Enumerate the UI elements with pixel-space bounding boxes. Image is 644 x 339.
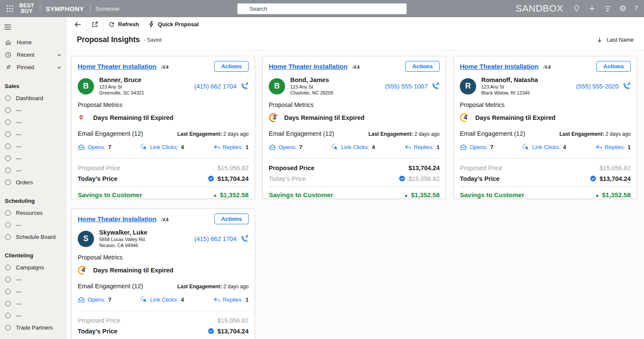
help-icon[interactable]: ? <box>634 5 638 12</box>
opens-stat[interactable]: Opens: 7 <box>460 144 493 150</box>
sidebar-item[interactable]: --- <box>0 309 67 321</box>
phone-number[interactable]: (415) 662 1704 <box>194 83 237 90</box>
email-open-icon <box>78 144 85 150</box>
email-engagement-heading: Email Engagement (12) <box>78 130 143 137</box>
replies-stat[interactable]: Replies: 1 <box>213 296 249 303</box>
proposal-title-link[interactable]: Home Theater Installation <box>269 63 347 70</box>
sidebar-item-label: Pinned <box>17 64 34 70</box>
link-clicks-stat[interactable]: Link Clicks: 4 <box>140 144 184 150</box>
sidebar: Home Recent <box>0 17 67 339</box>
gear-icon[interactable]: ⚙ <box>619 5 626 12</box>
opens-stat[interactable]: Opens: 7 <box>269 144 302 150</box>
email-open-icon <box>269 144 276 150</box>
sidebar-item-recent[interactable]: Recent <box>0 49 67 61</box>
radio-circle-icon <box>5 131 11 137</box>
sidebar-item[interactable]: --- <box>0 285 67 297</box>
actions-button[interactable]: Actions <box>214 214 249 224</box>
last-engagement-value: 2 days ago <box>223 131 249 137</box>
phone-number[interactable]: (555) 555-2020 <box>576 83 619 90</box>
opens-stat[interactable]: Opens: 7 <box>78 296 111 303</box>
link-clicks-stat[interactable]: Link Clicks: 4 <box>140 296 184 303</box>
divider <box>90 4 90 13</box>
customer-address-line1: 123 Any St <box>99 84 144 90</box>
quick-proposal-button[interactable]: Quick Proposal <box>143 17 203 31</box>
customer-phone[interactable]: (555) 555-2020 <box>576 82 631 91</box>
sidebar-item[interactable]: Campaigns <box>0 261 67 273</box>
last-engagement-label: Last Engagement: <box>177 284 222 290</box>
phone-forward-icon[interactable] <box>622 82 631 91</box>
avatar: B <box>269 78 285 95</box>
replies-label: Replies: <box>223 144 243 150</box>
phone-number[interactable]: (415) 662 1704 <box>194 235 237 242</box>
sidebar-item[interactable]: --- <box>0 104 67 116</box>
sidebar-item-label: --- <box>16 276 21 283</box>
customer-phone[interactable]: (555) 555-1007 <box>385 82 440 91</box>
radio-circle-icon <box>5 107 11 113</box>
sidebar-item[interactable]: Schedule Board <box>0 231 67 243</box>
refresh-button[interactable]: Refresh <box>103 17 143 31</box>
sidebar-item[interactable]: --- <box>0 297 67 309</box>
sidebar-item[interactable]: --- <box>0 219 67 231</box>
sidebar-item[interactable]: --- <box>0 152 67 164</box>
sidebar-item[interactable]: Orders <box>0 176 67 188</box>
user-context[interactable]: Someone <box>96 6 120 12</box>
sidebar-item[interactable]: --- <box>0 164 67 176</box>
divider <box>40 4 40 13</box>
proposal-title-link[interactable]: Home Theater Installation <box>460 63 538 70</box>
hamburger-menu-icon[interactable] <box>0 20 67 36</box>
sidebar-item[interactable]: --- <box>0 128 67 140</box>
proposal-title-link[interactable]: Home Theater Installation <box>78 63 156 70</box>
open-in-new-button[interactable] <box>87 17 103 31</box>
link-clicks-stat[interactable]: Link Clicks: 4 <box>522 144 566 150</box>
proposed-price-label: Proposed Price <box>78 317 120 324</box>
back-button[interactable] <box>69 17 86 31</box>
avatar: R <box>460 78 476 95</box>
chevron-down-icon[interactable] <box>57 65 62 70</box>
lightning-bolt-icon <box>148 21 155 28</box>
radio-circle-icon <box>5 156 11 161</box>
back-arrow-icon <box>74 21 82 28</box>
plus-icon[interactable] <box>588 5 596 12</box>
sidebar-item-home[interactable]: Home <box>0 36 67 49</box>
phone-forward-icon[interactable] <box>240 235 249 243</box>
link-clicks-value: 4 <box>181 144 184 150</box>
today-price-row: Today’s Price $13,704.24 <box>460 173 631 184</box>
actions-button[interactable]: Actions <box>214 61 249 72</box>
search-input[interactable] <box>237 3 407 14</box>
days-remaining-value: 4 <box>464 114 467 121</box>
customer-phone[interactable]: (415) 662 1704 <box>194 82 249 91</box>
sort-control[interactable]: Last Name <box>596 37 634 43</box>
chevron-down-icon[interactable] <box>57 52 62 58</box>
replies-stat[interactable]: Replies: 1 <box>213 144 249 150</box>
sidebar-item-pinned[interactable]: Pinned <box>0 61 67 73</box>
email-open-icon <box>460 144 467 150</box>
sidebar-item[interactable]: Resources <box>0 207 67 219</box>
app-grid-icon[interactable] <box>6 5 14 12</box>
proposal-title-link[interactable]: Home Theater Installation <box>78 215 156 223</box>
sidebar-item[interactable]: Dashboard <box>0 92 67 104</box>
customer-phone[interactable]: (415) 662 1704 <box>194 235 249 243</box>
radio-circle-icon <box>5 180 11 185</box>
proposal-version: -V.4 <box>161 65 168 70</box>
proposed-price-value: $15,056.82 <box>599 165 631 171</box>
actions-button[interactable]: Actions <box>405 61 440 72</box>
proposed-price-value: $15,056.82 <box>217 317 249 324</box>
opens-stat[interactable]: Opens: 7 <box>78 144 111 150</box>
sidebar-item[interactable]: Trade Partners <box>0 321 67 333</box>
sidebar-item[interactable]: --- <box>0 140 67 152</box>
phone-number[interactable]: (555) 555-1007 <box>385 83 428 90</box>
proposed-price-label: Proposed Price <box>78 165 120 171</box>
lightbulb-icon[interactable] <box>573 5 580 12</box>
proposed-price-value: $13,704.24 <box>408 165 440 171</box>
sidebar-item[interactable]: --- <box>0 273 67 285</box>
toolbar: Refresh Quick Proposal <box>67 17 644 31</box>
best-buy-logo[interactable]: BEST BUY <box>19 3 34 14</box>
replies-stat[interactable]: Replies: 1 <box>595 144 631 150</box>
phone-forward-icon[interactable] <box>240 82 249 91</box>
replies-stat[interactable]: Replies: 1 <box>404 144 440 150</box>
sidebar-item[interactable]: --- <box>0 116 67 128</box>
phone-forward-icon[interactable] <box>431 82 440 91</box>
actions-button[interactable]: Actions <box>596 61 631 72</box>
link-clicks-stat[interactable]: Link Clicks: 4 <box>331 144 375 150</box>
filter-icon[interactable] <box>604 5 611 12</box>
